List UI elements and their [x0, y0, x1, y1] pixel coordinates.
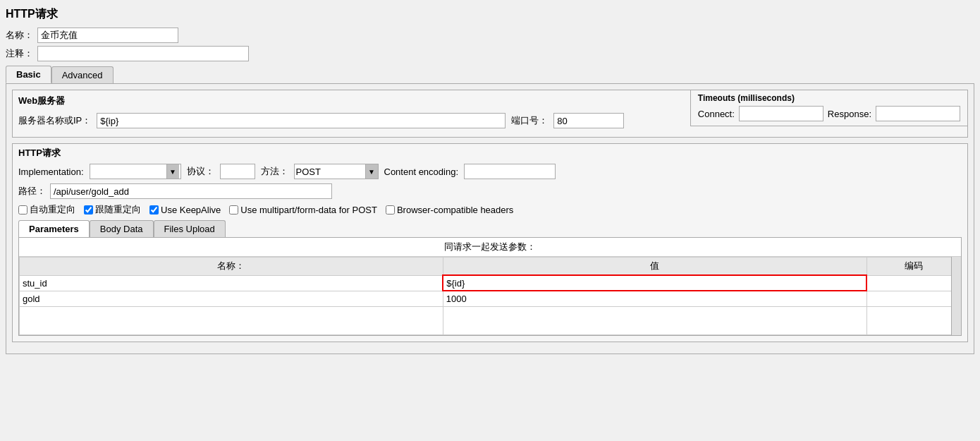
- row1-edit: [866, 275, 961, 291]
- inner-tab-content: 同请求一起发送参数： 名称： 值 编码 st: [18, 237, 962, 336]
- checkbox-browser-headers: Browser-compatible headers: [386, 205, 513, 215]
- params-header: 同请求一起发送参数：: [19, 238, 961, 257]
- follow-redirect-label: 跟随重定向: [95, 203, 141, 216]
- row2-edit: [866, 291, 961, 306]
- checkbox-auto-redirect: 自动重定向: [18, 203, 75, 216]
- col-header-edit: 编码: [866, 258, 961, 276]
- method-select[interactable]: ▼: [294, 164, 379, 179]
- response-input[interactable]: [876, 106, 960, 121]
- col-header-name: 名称：: [20, 258, 443, 276]
- auto-redirect-label: 自动重定向: [30, 203, 75, 216]
- section-title: HTTP请求: [6, 6, 974, 23]
- table-row: stu_id ${id}: [20, 275, 961, 291]
- table-row-empty: [20, 306, 961, 334]
- tab-basic-content: Web服务器 服务器名称或IP： 端口号： Timeouts (millisec…: [6, 83, 974, 354]
- checkbox-multipart: Use multipart/form-data for POST: [229, 205, 377, 215]
- http-row1: Implementation: ▼ 协议： 方法： ▼ Content enco…: [18, 164, 962, 179]
- checkbox-follow-redirect: 跟随重定向: [84, 203, 141, 216]
- tab-parameters[interactable]: Parameters: [18, 220, 90, 237]
- response-label: Response:: [828, 109, 871, 119]
- tab-basic[interactable]: Basic: [6, 66, 51, 83]
- method-input[interactable]: [295, 164, 365, 179]
- auto-redirect-checkbox[interactable]: [18, 205, 27, 215]
- encoding-input[interactable]: [464, 164, 556, 179]
- row1-value: ${id}: [443, 275, 866, 291]
- timeouts-section: Timeouts (milliseconds) Connect: Respons…: [690, 90, 968, 126]
- name-label: 名称：: [6, 29, 33, 42]
- server-ip-input[interactable]: [97, 113, 506, 128]
- params-table: 名称： 值 编码 stu_id ${id}: [19, 257, 961, 335]
- outer-tab-bar: Basic Advanced: [6, 66, 974, 83]
- tab-body-data[interactable]: Body Data: [90, 220, 154, 237]
- implementation-label: Implementation:: [18, 167, 84, 177]
- multipart-label: Use multipart/form-data for POST: [240, 205, 377, 215]
- tab-files-upload[interactable]: Files Upload: [154, 220, 226, 237]
- path-row: 路径：: [18, 183, 962, 199]
- notes-input[interactable]: [37, 46, 249, 61]
- name-input[interactable]: [37, 28, 178, 43]
- port-label: 端口号：: [511, 114, 548, 127]
- keepalive-checkbox[interactable]: [149, 205, 159, 215]
- method-label: 方法：: [261, 165, 288, 178]
- tab-advanced[interactable]: Advanced: [51, 66, 114, 83]
- multipart-checkbox[interactable]: [229, 205, 238, 215]
- row2-name: gold: [20, 291, 443, 306]
- timeouts-row: Connect: Response:: [698, 106, 960, 121]
- http-request-section: HTTP请求 Implementation: ▼ 协议： 方法： ▼ Conte…: [12, 143, 968, 342]
- vertical-scrollbar[interactable]: [951, 257, 961, 335]
- inner-tab-bar: Parameters Body Data Files Upload: [18, 220, 962, 237]
- http-section-title: HTTP请求: [18, 147, 962, 159]
- encoding-label: Content encoding:: [384, 167, 459, 177]
- checkbox-keepalive: Use KeepAlive: [149, 205, 221, 215]
- params-table-wrapper: 名称： 值 编码 stu_id ${id}: [19, 257, 961, 335]
- method-dropdown-arrow[interactable]: ▼: [365, 164, 378, 179]
- protocol-input[interactable]: [220, 164, 255, 179]
- server-label: 服务器名称或IP：: [18, 114, 91, 127]
- implementation-input[interactable]: [90, 164, 166, 179]
- browser-headers-checkbox[interactable]: [386, 205, 395, 215]
- notes-row: 注释：: [6, 46, 974, 61]
- row1-name: stu_id: [20, 275, 443, 291]
- path-input[interactable]: [50, 183, 332, 199]
- col-header-value: 值: [443, 258, 866, 276]
- connect-label: Connect:: [698, 109, 735, 119]
- follow-redirect-checkbox[interactable]: [84, 205, 93, 215]
- port-input[interactable]: [553, 113, 624, 128]
- implementation-select[interactable]: ▼: [90, 164, 181, 179]
- protocol-label: 协议：: [187, 165, 214, 178]
- row2-value: 1000: [443, 291, 866, 306]
- table-row: gold 1000: [20, 291, 961, 306]
- checkbox-row: 自动重定向 跟随重定向 Use KeepAlive Use multipart/…: [18, 203, 962, 216]
- name-row: 名称：: [6, 28, 974, 43]
- path-label: 路径：: [18, 185, 46, 198]
- main-container: HTTP请求 名称： 注释： Basic Advanced Web服务器 服务器…: [0, 0, 980, 441]
- browser-headers-label: Browser-compatible headers: [397, 205, 513, 215]
- notes-label: 注释：: [6, 47, 33, 60]
- implementation-dropdown-arrow[interactable]: ▼: [166, 164, 179, 179]
- keepalive-label: Use KeepAlive: [161, 205, 221, 215]
- connect-input[interactable]: [739, 106, 823, 121]
- timeouts-title: Timeouts (milliseconds): [698, 93, 960, 103]
